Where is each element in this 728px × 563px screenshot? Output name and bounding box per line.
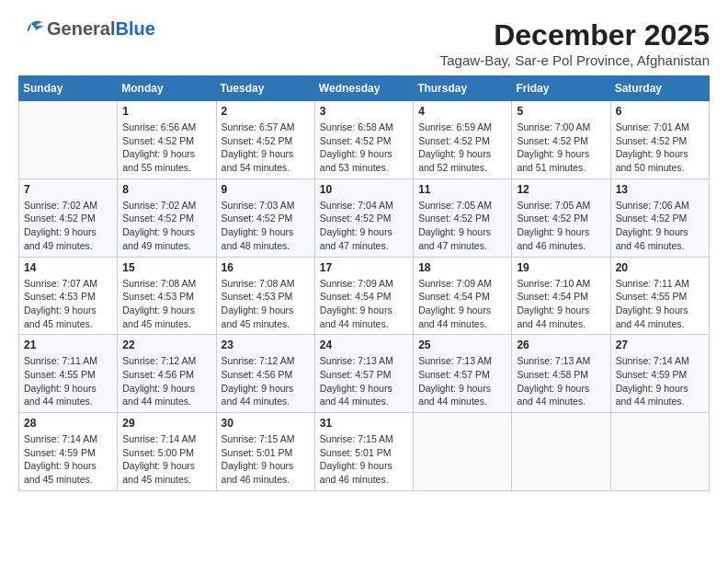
day-info: Sunrise: 7:02 AMSunset: 4:52 PMDaylight:… [122, 199, 210, 253]
calendar-day-cell: 5Sunrise: 7:00 AMSunset: 4:52 PMDaylight… [512, 101, 610, 179]
calendar-day-cell: 17Sunrise: 7:09 AMSunset: 4:54 PMDayligh… [314, 257, 413, 335]
day-info: Sunrise: 6:57 AMSunset: 4:52 PMDaylight:… [222, 121, 310, 175]
calendar-day-cell: 31Sunrise: 7:15 AMSunset: 5:01 PMDayligh… [314, 413, 413, 491]
day-info: Sunrise: 7:13 AMSunset: 4:57 PMDaylight:… [320, 354, 408, 408]
calendar-day-cell: 13Sunrise: 7:06 AMSunset: 4:52 PMDayligh… [610, 178, 709, 257]
day-info: Sunrise: 7:10 AMSunset: 4:54 PMDaylight:… [517, 277, 605, 331]
day-number: 11 [418, 183, 506, 196]
day-info: Sunrise: 7:04 AMSunset: 4:52 PMDaylight:… [320, 199, 408, 253]
weekday-header-saturday: Saturday [610, 76, 709, 101]
day-number: 24 [320, 339, 408, 351]
day-number: 23 [222, 339, 310, 351]
day-info: Sunrise: 7:01 AMSunset: 4:52 PMDaylight:… [616, 121, 704, 175]
title-section: December 2025 Tagaw-Bay, Sar-e Pol Provi… [440, 18, 710, 68]
calendar-day-cell: 24Sunrise: 7:13 AMSunset: 4:57 PMDayligh… [314, 335, 413, 413]
day-number: 1 [122, 105, 210, 118]
calendar-day-cell: 10Sunrise: 7:04 AMSunset: 4:52 PMDayligh… [314, 178, 413, 257]
day-info: Sunrise: 7:14 AMSunset: 4:59 PMDaylight:… [616, 354, 704, 408]
day-info: Sunrise: 7:08 AMSunset: 4:53 PMDaylight:… [222, 277, 310, 331]
calendar-table: SundayMondayTuesdayWednesdayThursdayFrid… [18, 75, 710, 491]
day-number: 29 [122, 417, 210, 430]
day-number: 19 [517, 261, 605, 274]
calendar-day-cell: 30Sunrise: 7:15 AMSunset: 5:01 PMDayligh… [216, 413, 314, 491]
weekday-header-wednesday: Wednesday [314, 76, 413, 101]
calendar-day-cell: 16Sunrise: 7:08 AMSunset: 4:53 PMDayligh… [216, 257, 314, 335]
page-header: GeneralBlue December 2025 Tagaw-Bay, Sar… [18, 18, 710, 68]
day-info: Sunrise: 7:15 AMSunset: 5:01 PMDaylight:… [320, 432, 408, 487]
weekday-header-sunday: Sunday [19, 76, 118, 101]
weekday-header-friday: Friday [512, 76, 610, 101]
day-number: 18 [418, 261, 506, 274]
calendar-day-cell: 12Sunrise: 7:05 AMSunset: 4:52 PMDayligh… [512, 178, 610, 257]
calendar-day-cell: 28Sunrise: 7:14 AMSunset: 4:59 PMDayligh… [19, 413, 118, 491]
weekday-header-tuesday: Tuesday [216, 76, 314, 101]
calendar-day-cell: 14Sunrise: 7:07 AMSunset: 4:53 PMDayligh… [19, 257, 118, 335]
calendar-day-cell [414, 413, 512, 491]
calendar-day-cell [610, 413, 709, 491]
day-info: Sunrise: 7:03 AMSunset: 4:52 PMDaylight:… [222, 199, 310, 253]
day-number: 21 [24, 339, 112, 351]
day-number: 10 [320, 183, 408, 196]
day-number: 16 [222, 261, 310, 274]
day-number: 22 [122, 339, 210, 351]
calendar-day-cell: 2Sunrise: 6:57 AMSunset: 4:52 PMDaylight… [216, 101, 314, 179]
day-info: Sunrise: 7:11 AMSunset: 4:55 PMDaylight:… [24, 354, 112, 408]
day-number: 8 [122, 183, 210, 196]
month-title: December 2025 [440, 18, 710, 52]
day-number: 31 [320, 417, 408, 430]
logo-general-text: General [47, 18, 115, 39]
calendar-week-row: 1Sunrise: 6:56 AMSunset: 4:52 PMDaylight… [19, 101, 710, 179]
day-number: 13 [616, 183, 704, 196]
calendar-day-cell: 18Sunrise: 7:09 AMSunset: 4:54 PMDayligh… [414, 257, 512, 335]
logo-blue-text: Blue [115, 18, 154, 39]
day-number: 14 [24, 261, 112, 274]
day-info: Sunrise: 7:14 AMSunset: 5:00 PMDaylight:… [122, 432, 210, 487]
day-info: Sunrise: 7:09 AMSunset: 4:54 PMDaylight:… [418, 277, 506, 331]
calendar-week-row: 21Sunrise: 7:11 AMSunset: 4:55 PMDayligh… [19, 335, 710, 413]
day-info: Sunrise: 7:05 AMSunset: 4:52 PMDaylight:… [517, 199, 605, 253]
day-info: Sunrise: 7:13 AMSunset: 4:57 PMDaylight:… [418, 354, 506, 408]
calendar-day-cell: 20Sunrise: 7:11 AMSunset: 4:55 PMDayligh… [610, 257, 709, 335]
day-number: 30 [222, 417, 310, 430]
day-number: 4 [418, 105, 506, 118]
location-title: Tagaw-Bay, Sar-e Pol Province, Afghanist… [440, 52, 710, 68]
calendar-day-cell: 21Sunrise: 7:11 AMSunset: 4:55 PMDayligh… [19, 335, 118, 413]
day-number: 20 [616, 261, 704, 274]
calendar-day-cell: 23Sunrise: 7:12 AMSunset: 4:56 PMDayligh… [216, 335, 314, 413]
day-info: Sunrise: 7:06 AMSunset: 4:52 PMDaylight:… [616, 199, 704, 253]
calendar-day-cell: 3Sunrise: 6:58 AMSunset: 4:52 PMDaylight… [314, 101, 413, 179]
day-info: Sunrise: 7:02 AMSunset: 4:52 PMDaylight:… [24, 199, 112, 253]
calendar-day-cell: 22Sunrise: 7:12 AMSunset: 4:56 PMDayligh… [118, 335, 216, 413]
day-number: 5 [517, 105, 605, 118]
day-info: Sunrise: 7:00 AMSunset: 4:52 PMDaylight:… [517, 121, 605, 175]
calendar-header-row: SundayMondayTuesdayWednesdayThursdayFrid… [19, 76, 710, 101]
calendar-day-cell: 1Sunrise: 6:56 AMSunset: 4:52 PMDaylight… [118, 101, 216, 179]
day-number: 17 [320, 261, 408, 274]
calendar-day-cell: 11Sunrise: 7:05 AMSunset: 4:52 PMDayligh… [414, 178, 512, 257]
logo: GeneralBlue [18, 18, 155, 40]
calendar-day-cell: 7Sunrise: 7:02 AMSunset: 4:52 PMDaylight… [19, 178, 118, 257]
calendar-day-cell: 27Sunrise: 7:14 AMSunset: 4:59 PMDayligh… [610, 335, 709, 413]
weekday-header-monday: Monday [118, 76, 216, 101]
day-info: Sunrise: 7:05 AMSunset: 4:52 PMDaylight:… [418, 199, 506, 253]
day-info: Sunrise: 7:08 AMSunset: 4:53 PMDaylight:… [122, 277, 210, 331]
calendar-day-cell: 26Sunrise: 7:13 AMSunset: 4:58 PMDayligh… [512, 335, 610, 413]
calendar-day-cell [19, 101, 118, 179]
calendar-day-cell: 8Sunrise: 7:02 AMSunset: 4:52 PMDaylight… [118, 178, 216, 257]
calendar-day-cell: 4Sunrise: 6:59 AMSunset: 4:52 PMDaylight… [414, 101, 512, 179]
weekday-header-thursday: Thursday [414, 76, 512, 101]
day-number: 7 [24, 183, 112, 196]
day-number: 28 [24, 417, 112, 430]
day-info: Sunrise: 6:58 AMSunset: 4:52 PMDaylight:… [320, 121, 408, 175]
day-number: 25 [418, 339, 506, 351]
day-info: Sunrise: 7:12 AMSunset: 4:56 PMDaylight:… [222, 354, 310, 408]
calendar-week-row: 7Sunrise: 7:02 AMSunset: 4:52 PMDaylight… [19, 178, 710, 257]
day-info: Sunrise: 7:13 AMSunset: 4:58 PMDaylight:… [517, 354, 605, 408]
day-info: Sunrise: 7:12 AMSunset: 4:56 PMDaylight:… [122, 354, 210, 408]
day-info: Sunrise: 7:14 AMSunset: 4:59 PMDaylight:… [24, 432, 112, 487]
day-info: Sunrise: 7:07 AMSunset: 4:53 PMDaylight:… [24, 277, 112, 331]
day-number: 15 [122, 261, 210, 274]
calendar-week-row: 28Sunrise: 7:14 AMSunset: 4:59 PMDayligh… [19, 413, 710, 491]
day-info: Sunrise: 7:11 AMSunset: 4:55 PMDaylight:… [616, 277, 704, 331]
day-number: 2 [222, 105, 310, 118]
